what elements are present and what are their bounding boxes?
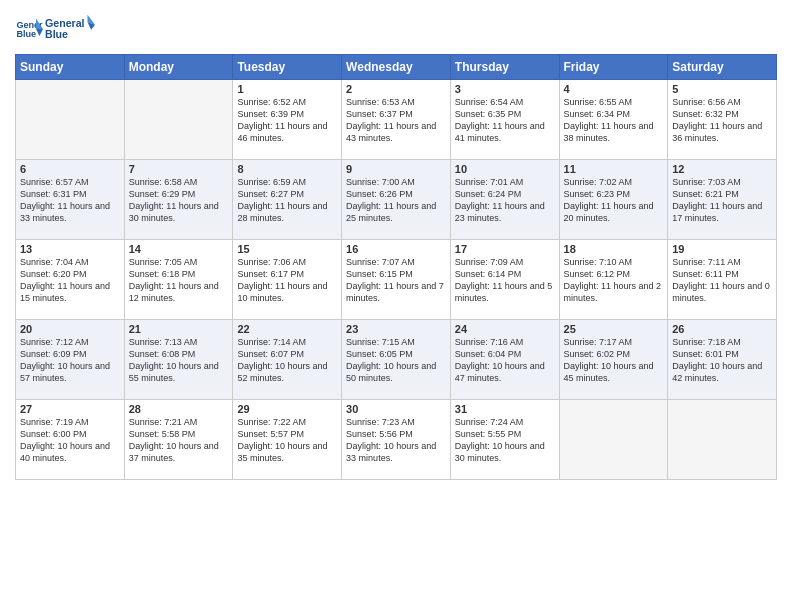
calendar-cell: 24Sunrise: 7:16 AMSunset: 6:04 PMDayligh…	[450, 320, 559, 400]
calendar-week-row: 1Sunrise: 6:52 AMSunset: 6:39 PMDaylight…	[16, 80, 777, 160]
day-info: Sunrise: 7:16 AMSunset: 6:04 PMDaylight:…	[455, 336, 555, 385]
logo-general: General	[45, 17, 85, 29]
day-number: 16	[346, 243, 446, 255]
calendar-cell: 30Sunrise: 7:23 AMSunset: 5:56 PMDayligh…	[342, 400, 451, 480]
calendar-cell	[668, 400, 777, 480]
day-number: 31	[455, 403, 555, 415]
day-number: 18	[564, 243, 664, 255]
calendar-cell: 17Sunrise: 7:09 AMSunset: 6:14 PMDayligh…	[450, 240, 559, 320]
day-number: 26	[672, 323, 772, 335]
calendar-cell: 9Sunrise: 7:00 AMSunset: 6:26 PMDaylight…	[342, 160, 451, 240]
calendar-cell: 18Sunrise: 7:10 AMSunset: 6:12 PMDayligh…	[559, 240, 668, 320]
calendar-cell: 4Sunrise: 6:55 AMSunset: 6:34 PMDaylight…	[559, 80, 668, 160]
day-number: 17	[455, 243, 555, 255]
day-info: Sunrise: 6:53 AMSunset: 6:37 PMDaylight:…	[346, 96, 446, 145]
calendar-table: SundayMondayTuesdayWednesdayThursdayFrid…	[15, 54, 777, 480]
day-number: 13	[20, 243, 120, 255]
day-info: Sunrise: 7:03 AMSunset: 6:21 PMDaylight:…	[672, 176, 772, 225]
day-info: Sunrise: 7:18 AMSunset: 6:01 PMDaylight:…	[672, 336, 772, 385]
calendar-cell: 13Sunrise: 7:04 AMSunset: 6:20 PMDayligh…	[16, 240, 125, 320]
day-info: Sunrise: 7:07 AMSunset: 6:15 PMDaylight:…	[346, 256, 446, 305]
calendar-week-row: 20Sunrise: 7:12 AMSunset: 6:09 PMDayligh…	[16, 320, 777, 400]
col-header-monday: Monday	[124, 55, 233, 80]
calendar-cell: 11Sunrise: 7:02 AMSunset: 6:23 PMDayligh…	[559, 160, 668, 240]
day-info: Sunrise: 7:17 AMSunset: 6:02 PMDaylight:…	[564, 336, 664, 385]
calendar-cell: 25Sunrise: 7:17 AMSunset: 6:02 PMDayligh…	[559, 320, 668, 400]
day-number: 25	[564, 323, 664, 335]
day-info: Sunrise: 7:11 AMSunset: 6:11 PMDaylight:…	[672, 256, 772, 305]
day-info: Sunrise: 7:19 AMSunset: 6:00 PMDaylight:…	[20, 416, 120, 465]
day-number: 6	[20, 163, 120, 175]
day-number: 21	[129, 323, 229, 335]
day-info: Sunrise: 7:15 AMSunset: 6:05 PMDaylight:…	[346, 336, 446, 385]
col-header-tuesday: Tuesday	[233, 55, 342, 80]
day-number: 9	[346, 163, 446, 175]
day-number: 8	[237, 163, 337, 175]
col-header-wednesday: Wednesday	[342, 55, 451, 80]
calendar-cell: 15Sunrise: 7:06 AMSunset: 6:17 PMDayligh…	[233, 240, 342, 320]
day-number: 11	[564, 163, 664, 175]
day-number: 15	[237, 243, 337, 255]
day-info: Sunrise: 7:10 AMSunset: 6:12 PMDaylight:…	[564, 256, 664, 305]
calendar-cell: 14Sunrise: 7:05 AMSunset: 6:18 PMDayligh…	[124, 240, 233, 320]
day-number: 23	[346, 323, 446, 335]
calendar-cell: 19Sunrise: 7:11 AMSunset: 6:11 PMDayligh…	[668, 240, 777, 320]
day-info: Sunrise: 6:58 AMSunset: 6:29 PMDaylight:…	[129, 176, 229, 225]
calendar-cell: 16Sunrise: 7:07 AMSunset: 6:15 PMDayligh…	[342, 240, 451, 320]
col-header-saturday: Saturday	[668, 55, 777, 80]
logo-bird-icon: General Blue	[45, 10, 95, 48]
svg-marker-3	[36, 29, 43, 36]
calendar-cell: 23Sunrise: 7:15 AMSunset: 6:05 PMDayligh…	[342, 320, 451, 400]
calendar-cell: 29Sunrise: 7:22 AMSunset: 5:57 PMDayligh…	[233, 400, 342, 480]
day-number: 24	[455, 323, 555, 335]
day-info: Sunrise: 7:23 AMSunset: 5:56 PMDaylight:…	[346, 416, 446, 465]
calendar-cell: 12Sunrise: 7:03 AMSunset: 6:21 PMDayligh…	[668, 160, 777, 240]
day-number: 14	[129, 243, 229, 255]
calendar-cell: 20Sunrise: 7:12 AMSunset: 6:09 PMDayligh…	[16, 320, 125, 400]
day-info: Sunrise: 7:00 AMSunset: 6:26 PMDaylight:…	[346, 176, 446, 225]
day-number: 3	[455, 83, 555, 95]
calendar-week-row: 6Sunrise: 6:57 AMSunset: 6:31 PMDaylight…	[16, 160, 777, 240]
day-number: 19	[672, 243, 772, 255]
day-info: Sunrise: 6:57 AMSunset: 6:31 PMDaylight:…	[20, 176, 120, 225]
day-number: 30	[346, 403, 446, 415]
header: General Blue General Blue	[15, 10, 777, 48]
col-header-friday: Friday	[559, 55, 668, 80]
day-number: 27	[20, 403, 120, 415]
col-header-sunday: Sunday	[16, 55, 125, 80]
svg-text:Blue: Blue	[16, 29, 36, 39]
calendar-cell: 2Sunrise: 6:53 AMSunset: 6:37 PMDaylight…	[342, 80, 451, 160]
logo-icon: General Blue	[15, 15, 43, 43]
calendar-cell: 1Sunrise: 6:52 AMSunset: 6:39 PMDaylight…	[233, 80, 342, 160]
calendar-week-row: 27Sunrise: 7:19 AMSunset: 6:00 PMDayligh…	[16, 400, 777, 480]
day-info: Sunrise: 7:05 AMSunset: 6:18 PMDaylight:…	[129, 256, 229, 305]
day-number: 5	[672, 83, 772, 95]
day-info: Sunrise: 7:06 AMSunset: 6:17 PMDaylight:…	[237, 256, 337, 305]
day-info: Sunrise: 6:52 AMSunset: 6:39 PMDaylight:…	[237, 96, 337, 145]
day-number: 4	[564, 83, 664, 95]
day-number: 10	[455, 163, 555, 175]
day-number: 2	[346, 83, 446, 95]
page: General Blue General Blue	[0, 0, 792, 612]
calendar-cell: 10Sunrise: 7:01 AMSunset: 6:24 PMDayligh…	[450, 160, 559, 240]
logo-blue: Blue	[45, 28, 68, 40]
day-info: Sunrise: 7:01 AMSunset: 6:24 PMDaylight:…	[455, 176, 555, 225]
col-header-thursday: Thursday	[450, 55, 559, 80]
day-number: 20	[20, 323, 120, 335]
day-info: Sunrise: 7:22 AMSunset: 5:57 PMDaylight:…	[237, 416, 337, 465]
calendar-cell: 3Sunrise: 6:54 AMSunset: 6:35 PMDaylight…	[450, 80, 559, 160]
calendar-cell: 31Sunrise: 7:24 AMSunset: 5:55 PMDayligh…	[450, 400, 559, 480]
calendar-cell	[16, 80, 125, 160]
day-info: Sunrise: 6:56 AMSunset: 6:32 PMDaylight:…	[672, 96, 772, 145]
calendar-cell: 8Sunrise: 6:59 AMSunset: 6:27 PMDaylight…	[233, 160, 342, 240]
calendar-cell: 27Sunrise: 7:19 AMSunset: 6:00 PMDayligh…	[16, 400, 125, 480]
day-info: Sunrise: 6:54 AMSunset: 6:35 PMDaylight:…	[455, 96, 555, 145]
calendar-cell: 22Sunrise: 7:14 AMSunset: 6:07 PMDayligh…	[233, 320, 342, 400]
day-number: 22	[237, 323, 337, 335]
day-number: 28	[129, 403, 229, 415]
calendar-cell: 5Sunrise: 6:56 AMSunset: 6:32 PMDaylight…	[668, 80, 777, 160]
day-number: 7	[129, 163, 229, 175]
day-info: Sunrise: 7:13 AMSunset: 6:08 PMDaylight:…	[129, 336, 229, 385]
day-info: Sunrise: 7:04 AMSunset: 6:20 PMDaylight:…	[20, 256, 120, 305]
day-info: Sunrise: 7:24 AMSunset: 5:55 PMDaylight:…	[455, 416, 555, 465]
